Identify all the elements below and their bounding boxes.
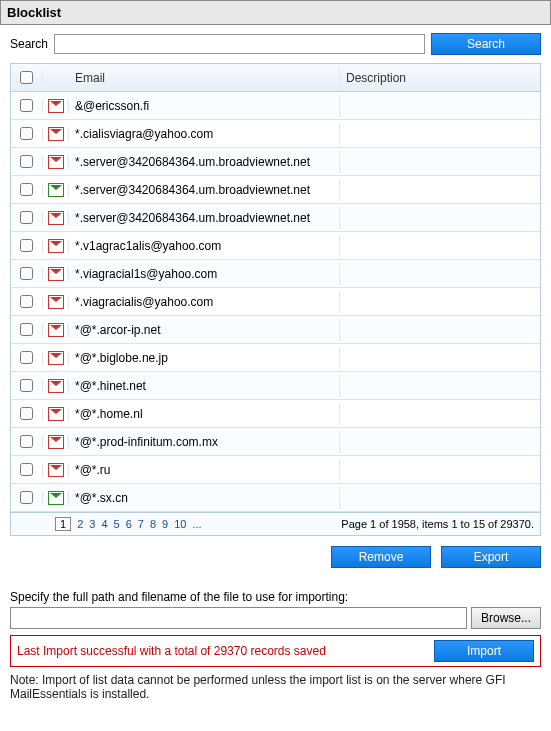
mail-icon bbox=[48, 239, 64, 253]
table-row[interactable]: *.viagracialis@yahoo.com bbox=[11, 288, 540, 316]
row-email: *.viagracial1s@yahoo.com bbox=[69, 263, 340, 285]
table-row[interactable]: *.server@3420684364.um.broadviewnet.net bbox=[11, 204, 540, 232]
row-description bbox=[340, 354, 540, 362]
table-row[interactable]: *.viagracial1s@yahoo.com bbox=[11, 260, 540, 288]
row-icon-cell bbox=[43, 435, 69, 449]
pager-page[interactable]: 9 bbox=[162, 518, 168, 530]
row-checkbox[interactable] bbox=[20, 155, 33, 168]
pager-page[interactable]: 5 bbox=[114, 518, 120, 530]
row-email: *.server@3420684364.um.broadviewnet.net bbox=[69, 151, 340, 173]
row-description bbox=[340, 186, 540, 194]
row-checkbox[interactable] bbox=[20, 323, 33, 336]
content-area: Search Search Email Description &@ericss… bbox=[0, 25, 551, 709]
table-row[interactable]: *@*.hinet.net bbox=[11, 372, 540, 400]
pager-page[interactable]: 2 bbox=[77, 518, 83, 530]
pager-page[interactable]: 10 bbox=[174, 518, 186, 530]
table-row[interactable]: *.v1agrac1alis@yahoo.com bbox=[11, 232, 540, 260]
pager-page[interactable]: 3 bbox=[89, 518, 95, 530]
row-icon-cell bbox=[43, 295, 69, 309]
pager-page[interactable]: ... bbox=[192, 518, 201, 530]
import-status-text: Last Import successful with a total of 2… bbox=[17, 644, 326, 658]
mail-icon bbox=[48, 127, 64, 141]
table-row[interactable]: *.server@3420684364.um.broadviewnet.net bbox=[11, 176, 540, 204]
table-row[interactable]: *@*.arcor-ip.net bbox=[11, 316, 540, 344]
row-checkbox-cell bbox=[11, 155, 43, 168]
import-button[interactable]: Import bbox=[434, 640, 534, 662]
select-all-checkbox[interactable] bbox=[20, 71, 33, 84]
row-checkbox[interactable] bbox=[20, 407, 33, 420]
row-checkbox-cell bbox=[11, 323, 43, 336]
description-header[interactable]: Description bbox=[340, 67, 540, 89]
row-description bbox=[340, 466, 540, 474]
table-row[interactable]: *@*.ru bbox=[11, 456, 540, 484]
row-checkbox[interactable] bbox=[20, 435, 33, 448]
import-note: Note: Import of list data cannot be perf… bbox=[10, 673, 541, 701]
table-row[interactable]: *@*.home.nl bbox=[11, 400, 540, 428]
row-checkbox-cell bbox=[11, 239, 43, 252]
row-checkbox[interactable] bbox=[20, 211, 33, 224]
mail-icon bbox=[48, 435, 64, 449]
row-description bbox=[340, 102, 540, 110]
row-email: *.v1agrac1alis@yahoo.com bbox=[69, 235, 340, 257]
pager-page[interactable]: 8 bbox=[150, 518, 156, 530]
row-checkbox-cell bbox=[11, 351, 43, 364]
row-checkbox[interactable] bbox=[20, 99, 33, 112]
pager-page: 1 bbox=[55, 517, 71, 531]
search-input[interactable] bbox=[54, 34, 425, 54]
search-button[interactable]: Search bbox=[431, 33, 541, 55]
remove-button[interactable]: Remove bbox=[331, 546, 431, 568]
row-icon-cell bbox=[43, 407, 69, 421]
row-email: *@*.home.nl bbox=[69, 403, 340, 425]
pager-pages: 12345678910... bbox=[55, 517, 202, 531]
row-checkbox[interactable] bbox=[20, 267, 33, 280]
table-row[interactable]: *@*.biglobe.ne.jp bbox=[11, 344, 540, 372]
row-checkbox[interactable] bbox=[20, 295, 33, 308]
row-description bbox=[340, 158, 540, 166]
table-row[interactable]: *.server@3420684364.um.broadviewnet.net bbox=[11, 148, 540, 176]
export-button[interactable]: Export bbox=[441, 546, 541, 568]
table-row[interactable]: *.cialisviagra@yahoo.com bbox=[11, 120, 540, 148]
email-header[interactable]: Email bbox=[69, 67, 340, 89]
pager-left: 12345678910... bbox=[17, 517, 202, 531]
row-checkbox[interactable] bbox=[20, 379, 33, 392]
row-description bbox=[340, 270, 540, 278]
row-icon-cell bbox=[43, 463, 69, 477]
pager: 12345678910... Page 1 of 1958, items 1 t… bbox=[10, 513, 541, 536]
panel-title: Blocklist bbox=[0, 0, 551, 25]
import-path-input[interactable] bbox=[10, 607, 467, 629]
mail-icon bbox=[48, 183, 64, 197]
pager-page[interactable]: 6 bbox=[126, 518, 132, 530]
row-checkbox[interactable] bbox=[20, 491, 33, 504]
row-email: *@*.hinet.net bbox=[69, 375, 340, 397]
row-checkbox-cell bbox=[11, 295, 43, 308]
row-description bbox=[340, 494, 540, 502]
row-icon-cell bbox=[43, 99, 69, 113]
row-checkbox[interactable] bbox=[20, 239, 33, 252]
row-email: *@*.arcor-ip.net bbox=[69, 319, 340, 341]
import-section: Specify the full path and filename of th… bbox=[10, 590, 541, 701]
row-checkbox[interactable] bbox=[20, 127, 33, 140]
import-label: Specify the full path and filename of th… bbox=[10, 590, 541, 604]
table-header: Email Description bbox=[11, 64, 540, 92]
row-checkbox-cell bbox=[11, 183, 43, 196]
mail-icon bbox=[48, 155, 64, 169]
mail-icon bbox=[48, 99, 64, 113]
search-row: Search Search bbox=[10, 33, 541, 55]
row-icon-cell bbox=[43, 127, 69, 141]
row-email: *.server@3420684364.um.broadviewnet.net bbox=[69, 207, 340, 229]
pager-page[interactable]: 7 bbox=[138, 518, 144, 530]
table-row[interactable]: &@ericsson.fi bbox=[11, 92, 540, 120]
row-checkbox[interactable] bbox=[20, 463, 33, 476]
row-checkbox[interactable] bbox=[20, 183, 33, 196]
row-description bbox=[340, 382, 540, 390]
row-description bbox=[340, 326, 540, 334]
table-row[interactable]: *@*.prod-infinitum.com.mx bbox=[11, 428, 540, 456]
mail-icon bbox=[48, 211, 64, 225]
table-row[interactable]: *@*.sx.cn bbox=[11, 484, 540, 512]
browse-button[interactable]: Browse... bbox=[471, 607, 541, 629]
row-checkbox[interactable] bbox=[20, 351, 33, 364]
row-checkbox-cell bbox=[11, 407, 43, 420]
row-email: *@*.sx.cn bbox=[69, 487, 340, 509]
row-icon-cell bbox=[43, 323, 69, 337]
pager-page[interactable]: 4 bbox=[101, 518, 107, 530]
